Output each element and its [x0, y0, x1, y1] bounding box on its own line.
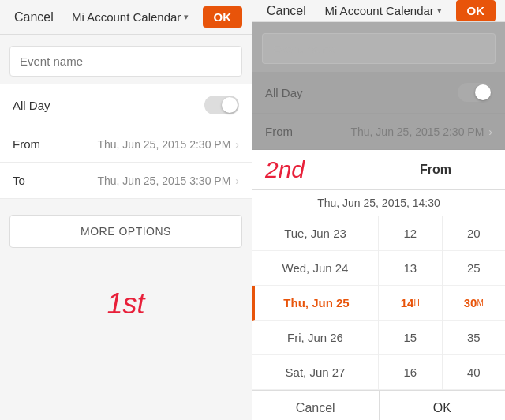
date-row[interactable]: Fri, Jun 26: [252, 321, 378, 355]
left-title-text: Mi Account Calendar: [72, 10, 181, 24]
hour-row[interactable]: 15: [379, 321, 442, 355]
picker-from-label: From: [379, 163, 492, 177]
picker-ok-button[interactable]: OK: [379, 391, 506, 420]
all-day-label: All Day: [13, 99, 50, 112]
right-from-label: From: [265, 125, 293, 138]
right-title: Mi Account Calendar ▾: [324, 4, 441, 17]
right-title-text: Mi Account Calendar: [324, 4, 433, 17]
to-value-text: Thu, Jun 25, 2015 3:30 PM: [97, 174, 230, 187]
minute-row-selected[interactable]: 30M: [443, 286, 506, 321]
to-value: Thu, Jun 25, 2015 3:30 PM ›: [97, 174, 239, 187]
left-panel: Cancel Mi Account Calendar ▾ OK All Day …: [0, 0, 252, 420]
right-from-chevron-icon: ›: [488, 126, 492, 138]
right-toggle-thumb: [475, 84, 491, 100]
from-label: From: [13, 137, 40, 151]
minute-row[interactable]: 40: [443, 355, 506, 390]
right-from-row: From Thu, Jun 25, 2015 2:30 PM ›: [252, 114, 505, 150]
right-all-day-label: All Day: [265, 86, 303, 99]
minutes-column: 20 25 30M 35 40: [443, 216, 506, 390]
hour-row-selected[interactable]: 14H: [379, 286, 442, 321]
left-cancel-button[interactable]: Cancel: [9, 7, 58, 28]
right-from-value-text: Thu, Jun 25, 2015 2:30 PM: [350, 126, 484, 138]
more-options-button[interactable]: MORE OPTIONS: [9, 215, 242, 248]
to-chevron-icon: ›: [235, 174, 239, 187]
hour-row[interactable]: 16: [379, 355, 442, 390]
to-row[interactable]: To Thu, Jun 25, 2015 3:30 PM ›: [0, 163, 252, 199]
left-chevron-icon: ▾: [184, 12, 189, 22]
date-column: Tue, Jun 23 Wed, Jun 24 Thu, Jun 25 Fri,…: [252, 216, 379, 390]
right-from-value: Thu, Jun 25, 2015 2:30 PM ›: [350, 126, 492, 138]
all-day-toggle[interactable]: [204, 96, 239, 114]
picker-cancel-button[interactable]: Cancel: [252, 391, 379, 420]
picker-date-label: Thu, Jun 25, 2015, 14:30: [252, 190, 505, 216]
hours-column: 12 13 14H 15 16: [379, 216, 443, 390]
toggle-thumb: [222, 97, 238, 113]
hour-row[interactable]: 12: [379, 216, 442, 251]
from-chevron-icon: ›: [235, 138, 239, 151]
picker-header: 2nd From: [252, 150, 505, 190]
all-day-row: All Day: [0, 84, 252, 126]
date-row[interactable]: Sat, Jun 27: [252, 355, 378, 390]
hour-row[interactable]: 13: [379, 251, 442, 286]
right-cancel-button[interactable]: Cancel: [262, 1, 311, 21]
left-header: Cancel Mi Account Calendar ▾ OK: [0, 0, 252, 35]
date-row[interactable]: Tue, Jun 23: [252, 216, 378, 251]
step-label-1st: 1st: [0, 287, 252, 321]
event-name-dim: Event name: [262, 33, 496, 64]
right-all-day-row: All Day: [252, 72, 505, 114]
picker-footer: Cancel OK: [252, 390, 505, 420]
from-value: Thu, Jun 25, 2015 2:30 PM ›: [97, 138, 239, 151]
left-title: Mi Account Calendar ▾: [72, 10, 189, 24]
picker-columns: Tue, Jun 23 Wed, Jun 24 Thu, Jun 25 Fri,…: [252, 216, 505, 390]
minute-row[interactable]: 25: [443, 251, 506, 286]
step-label-2nd: 2nd: [265, 156, 379, 183]
from-value-text: Thu, Jun 25, 2015 2:30 PM: [97, 138, 230, 151]
picker-body: 2nd From Thu, Jun 25, 2015, 14:30 Tue, J…: [252, 150, 505, 420]
date-row[interactable]: Wed, Jun 24: [252, 251, 378, 286]
from-row[interactable]: From Thu, Jun 25, 2015 2:30 PM ›: [0, 126, 252, 163]
right-panel: Cancel Mi Account Calendar ▾ OK Event na…: [252, 0, 505, 420]
dim-overlay: Event name All Day From Thu, Jun 25, 201…: [252, 22, 505, 150]
right-header: Cancel Mi Account Calendar ▾ OK: [252, 0, 505, 22]
date-row-selected[interactable]: Thu, Jun 25: [252, 286, 378, 321]
event-name-input[interactable]: [9, 46, 242, 77]
minute-row[interactable]: 35: [443, 321, 506, 355]
left-ok-button[interactable]: OK: [203, 6, 243, 28]
minute-row[interactable]: 20: [443, 216, 506, 251]
right-chevron-icon: ▾: [437, 6, 442, 16]
to-label: To: [13, 174, 25, 187]
right-toggle: [458, 83, 492, 102]
right-ok-button[interactable]: OK: [456, 0, 496, 21]
